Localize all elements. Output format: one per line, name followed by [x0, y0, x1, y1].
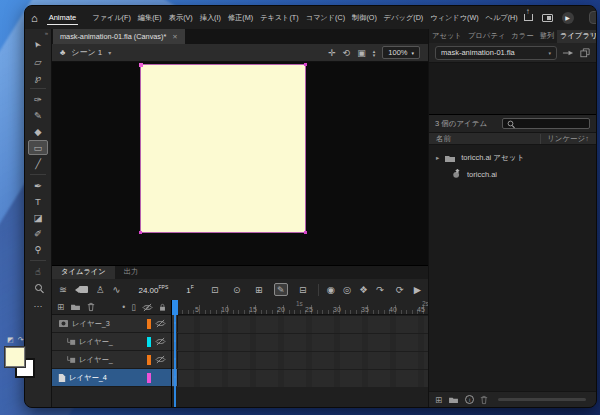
new-library-panel-icon[interactable]: [580, 48, 590, 58]
fluid-brush-tool[interactable]: ✑: [28, 92, 48, 107]
menu-insert[interactable]: 挿入(I): [199, 11, 222, 25]
center-stage-icon[interactable]: ✛: [328, 48, 336, 58]
library-item-row[interactable]: toricch.ai: [429, 166, 596, 182]
eraser-tool[interactable]: ◆: [28, 124, 48, 139]
menu-help[interactable]: ヘルプ(H): [485, 11, 519, 25]
visibility-column-icon[interactable]: [142, 303, 153, 312]
layer-name[interactable]: レイヤー_4: [69, 373, 144, 383]
outline-column-icon[interactable]: ▯: [131, 302, 136, 312]
remove-frame-button[interactable]: ⊟: [296, 283, 310, 296]
loop-icon[interactable]: ⟳: [396, 284, 404, 295]
library-item-label[interactable]: toricch.ai アセット: [461, 153, 524, 163]
zoom-tool[interactable]: [28, 280, 48, 295]
insert-blank-keyframe-button[interactable]: ⊙: [230, 283, 244, 296]
tab-assets[interactable]: アセット: [429, 30, 465, 43]
layers-stack-icon[interactable]: ≋: [59, 284, 67, 295]
layer-color-chip[interactable]: [147, 319, 151, 329]
layer-row-masked[interactable]: レイヤー_: [52, 333, 171, 351]
tab-timeline[interactable]: タイムライン: [52, 266, 115, 279]
menu-modify[interactable]: 修正(M): [227, 11, 254, 25]
menu-window[interactable]: ウィンドウ(W): [429, 11, 479, 25]
layer-color-chip[interactable]: [147, 373, 151, 383]
pen-tool[interactable]: ✒: [28, 178, 48, 193]
tab-output[interactable]: 出力: [115, 266, 148, 279]
tab-close-icon[interactable]: ✕: [172, 33, 177, 41]
scene-dropdown-icon[interactable]: ▾: [108, 49, 111, 56]
highlight-column-icon[interactable]: •: [122, 302, 125, 312]
library-item-label[interactable]: toricch.ai: [467, 170, 497, 179]
classic-brush-tool[interactable]: ✎: [28, 108, 48, 123]
delete-button[interactable]: [480, 395, 488, 405]
lasso-tool[interactable]: ℘: [28, 70, 48, 85]
layer-row-selected[interactable]: レイヤー_4: [52, 369, 171, 387]
free-transform-tool[interactable]: ▱: [28, 54, 48, 69]
minimize-button[interactable]: ─: [594, 13, 597, 22]
pin-library-icon[interactable]: [562, 49, 575, 57]
menu-view[interactable]: 表示(V): [168, 11, 194, 25]
layer-name[interactable]: レイヤー_: [79, 355, 144, 365]
graph-editor-icon[interactable]: ∿: [113, 284, 121, 295]
layer-hidden-icon[interactable]: [154, 355, 167, 364]
play-icon[interactable]: ▶: [414, 284, 421, 295]
rectangle-tool[interactable]: ▭: [28, 140, 48, 155]
zoom-stepper[interactable]: ▴ ▾: [373, 49, 376, 57]
tab-align[interactable]: 整列: [536, 30, 557, 43]
menu-debug[interactable]: デバッグ(D): [383, 11, 424, 25]
rotate-stage-icon[interactable]: ⟲: [343, 48, 351, 58]
fps-value[interactable]: 24.00FPS: [138, 284, 168, 295]
line-tool[interactable]: ╱: [28, 156, 48, 171]
selection-handle[interactable]: [304, 63, 307, 66]
library-search-input[interactable]: [502, 118, 590, 129]
new-folder-button[interactable]: [448, 396, 459, 404]
eyedropper-tool[interactable]: ✐: [28, 226, 48, 241]
layer-hidden-icon[interactable]: [154, 319, 167, 328]
edit-multiple-frames-icon[interactable]: ❖: [359, 284, 368, 295]
camera-icon[interactable]: [75, 286, 88, 293]
layer-hidden-icon[interactable]: [154, 337, 167, 346]
scene-icon[interactable]: ♣: [60, 48, 65, 57]
stage[interactable]: [140, 64, 306, 233]
layer-color-chip[interactable]: [147, 355, 151, 365]
create-tween-icon[interactable]: ↷: [376, 284, 384, 295]
insert-frame-button[interactable]: ⊞: [252, 283, 266, 296]
scene-label[interactable]: シーン 1: [71, 47, 102, 58]
step-down-icon[interactable]: ▾: [373, 53, 376, 57]
paint-bucket-tool[interactable]: ◪: [28, 210, 48, 225]
default-colors-icon[interactable]: ◩: [7, 336, 14, 344]
menu-commands[interactable]: コマンド(C): [305, 11, 346, 25]
expander-icon[interactable]: ▸: [436, 154, 439, 162]
document-tab[interactable]: mask-animation-01.fla (Canvas)* ✕: [53, 29, 185, 44]
library-folder-row[interactable]: ▸ toricch.ai アセット: [429, 150, 596, 166]
playhead-handle[interactable]: [172, 300, 178, 315]
fill-color-swatch[interactable]: [4, 346, 26, 368]
selection-handle[interactable]: [139, 63, 143, 67]
clip-content-icon[interactable]: ▣: [357, 48, 366, 58]
selection-handle[interactable]: [304, 231, 307, 234]
library-document-select[interactable]: mask-animation-01.fla ▾: [435, 46, 557, 60]
column-linkage[interactable]: リンケージ↑: [540, 134, 589, 144]
text-tool[interactable]: T: [28, 194, 48, 209]
toolbar-collapse-icon[interactable]: »: [45, 30, 51, 37]
layer-name[interactable]: レイヤー_: [79, 337, 144, 347]
test-movie-button[interactable]: ▶: [562, 12, 574, 24]
lock-column-icon[interactable]: [159, 303, 166, 312]
pasteboard[interactable]: [52, 62, 428, 265]
add-folder-button[interactable]: [70, 303, 81, 311]
delete-layer-button[interactable]: [87, 302, 95, 312]
more-tools-button[interactable]: …: [28, 296, 48, 311]
insert-keyframe-button[interactable]: ⊡: [208, 283, 222, 296]
properties-button[interactable]: i: [465, 395, 474, 404]
zoom-level-select[interactable]: 100% ▾: [382, 46, 420, 59]
playhead-line[interactable]: [174, 315, 176, 407]
column-name[interactable]: 名前: [436, 134, 451, 144]
panel-collapse-icon[interactable]: »: [590, 30, 593, 36]
layer-name[interactable]: レイヤー_3: [72, 319, 144, 329]
menu-file[interactable]: ファイル(F): [91, 11, 132, 25]
selection-handle[interactable]: [139, 231, 142, 234]
menu-control[interactable]: 制御(O): [351, 11, 378, 25]
onion-skin-outline-icon[interactable]: ◎: [343, 284, 351, 295]
parent-view-icon[interactable]: ♙: [96, 284, 105, 295]
share-icon[interactable]: [524, 14, 533, 21]
menu-edit[interactable]: 編集(E): [137, 11, 163, 25]
tab-properties[interactable]: プロパティ: [465, 30, 508, 43]
